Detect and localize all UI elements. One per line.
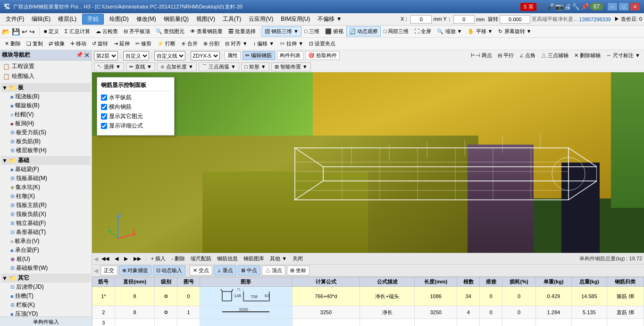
define-btn[interactable]: ■ 定义 (41, 26, 62, 36)
local-3d-btn[interactable]: □ 局部三维 (381, 26, 412, 36)
cb-transverse[interactable]: 横向钢筋 (101, 103, 170, 111)
cb-show-formula[interactable]: 显示详细公式 (101, 122, 170, 130)
rotate-btn[interactable]: ↺ 旋转 (89, 39, 111, 49)
screen-rotate-btn[interactable]: ↻ 屏幕旋转 ▼ (495, 26, 534, 36)
del-aux-btn[interactable]: ✕ 删除辅轴 (572, 51, 602, 60)
tree-item-faban-fuj[interactable]: ⊞ 筏板负筋(X) (1, 210, 91, 219)
tree-item-banshoulj[interactable]: ⊞ 板受力筋(S) (1, 128, 91, 137)
3d-btn[interactable]: □ 三维 (301, 26, 322, 36)
midpoint-btn[interactable]: ⊠ 中点 (238, 266, 260, 275)
last-btn[interactable]: ▶▶ (131, 255, 143, 263)
batch-select-btn[interactable]: ☰ 批量选择 (226, 26, 259, 36)
menu-file[interactable]: 文件(F) (2, 14, 28, 24)
dim-mark-btn[interactable]: ↔ 尺寸标注 ▼ (604, 51, 642, 60)
split-btn[interactable]: ⊗ 分割 (201, 39, 222, 49)
tree-item-bandong[interactable]: ■ 板洞(H) (1, 119, 91, 128)
layer-select[interactable]: 第2层 (94, 51, 118, 60)
three-point-aux-btn[interactable]: △ 三点辅轴 (539, 51, 570, 60)
tree-item-yading[interactable]: ■ 压顶(YD) (1, 309, 91, 317)
ortho-btn[interactable]: 正交 (100, 266, 117, 275)
menu-tools[interactable]: 工具(T) (219, 14, 245, 24)
tree-item-zhudun[interactable]: ⊞ 柱墩(X) (1, 192, 91, 201)
3d-viewport[interactable]: 钢筋显示控制面板 水平纵筋 横向钢筋 显示其它图元 显示详细公式 (92, 72, 644, 253)
zoom-btn[interactable]: 🔍 缩放 ▼ (434, 26, 465, 36)
x-input[interactable] (410, 15, 432, 24)
tree-eng-settings[interactable]: 📋 工程设置 (1, 61, 91, 71)
custom-select[interactable]: 自定义 (123, 51, 149, 60)
tree-drawing-input[interactable]: 📋 绘图输入 (1, 71, 91, 81)
object-snap-btn[interactable]: ⊕ 对象捕捉 (119, 266, 151, 275)
merge-btn[interactable]: ⊕ 合并 (179, 39, 201, 49)
parallel-btn[interactable]: ⊟ 平行 (496, 51, 516, 60)
dynamic-input-btn[interactable]: ⊡ 动态输入 (153, 266, 185, 275)
table-row[interactable]: 3 (92, 319, 644, 326)
attr-btn[interactable]: 属性 (225, 51, 241, 60)
trim-btn[interactable]: ✂ 修剪 (133, 39, 154, 49)
menu-rebar-qty[interactable]: 钢筋量(Q) (160, 14, 192, 24)
angle-btn[interactable]: ∠ 点角 (518, 51, 537, 60)
copy-btn[interactable]: ❏ 复制 (24, 39, 46, 49)
rect-btn[interactable]: □ 矩形 ▼ (241, 62, 269, 71)
tree-item-tiaoxing[interactable]: ⊟ 条形基础(T) (1, 228, 91, 237)
rotation-input[interactable] (500, 15, 530, 24)
menu-floor[interactable]: 楼层(L) (54, 14, 80, 24)
mirror-btn[interactable]: ⇄ 镜像 (46, 39, 67, 49)
rebar-lib-btn[interactable]: 钢筋图库 (241, 254, 267, 263)
menu-bim[interactable]: BIM应用(U) (277, 14, 314, 24)
start-btn[interactable]: 开始 (82, 14, 104, 25)
tree-section-foundation[interactable]: ▼ 📁 基础 (1, 156, 91, 165)
delete-btn[interactable]: ✕ 删除 (2, 39, 24, 49)
prev-btn[interactable]: ◀ (112, 255, 121, 263)
component-list-btn[interactable]: 构件列表 (277, 51, 303, 60)
custom-line-select[interactable]: 自定义线 (154, 51, 185, 60)
align-btn[interactable]: ⊟ 对齐 ▼ (222, 39, 251, 49)
rebar-info-btn[interactable]: 钢筋信息 (215, 254, 240, 263)
endpoint-btn[interactable]: △ 顶点 (262, 266, 285, 275)
tree-section-plate[interactable]: ▼ 📁 板 (1, 83, 91, 92)
cb-horizontal[interactable]: 水平纵筋 (101, 94, 170, 102)
tree-item-lanban[interactable]: ⊞ 栏板(K) (1, 300, 91, 309)
tree-item-chengtai-liang[interactable]: ■ 承台梁(F) (1, 246, 91, 255)
tree-item-duli[interactable]: ⊞ 独立基础(F) (1, 219, 91, 228)
tree-section-other[interactable]: ▼ 📁 其它 (1, 274, 91, 283)
y-input[interactable] (453, 15, 475, 24)
minimize-btn[interactable]: ─ (607, 2, 618, 11)
tree-item-guayan[interactable]: ■ 挂檐(T) (1, 292, 91, 300)
tree-item-banfuj[interactable]: ⊞ 板负筋(B) (1, 137, 91, 146)
tree-item-faban-zhuj[interactable]: ⊞ 筏板主筋(R) (1, 201, 91, 210)
top-view-btn[interactable]: ⬛ 俯视 (322, 26, 346, 36)
smart-place-btn[interactable]: ⊞ 智能布置 ▼ (271, 62, 311, 71)
tree-item-xianjiao[interactable]: ■ 现浇板(B) (1, 92, 91, 101)
delete-rebar-btn[interactable]: - 删除 (169, 254, 187, 263)
pan-btn[interactable]: ✋ 平移 ▼ (465, 26, 495, 36)
point-length-btn[interactable]: ⊙ 点加长度 ▼ (157, 62, 197, 71)
calc-btn[interactable]: Σ 汇总计算 (62, 26, 93, 36)
cb-transverse-input[interactable] (101, 104, 107, 110)
edit-rebar-btn[interactable]: ✏ 编辑钢筋 (243, 51, 275, 60)
maximize-btn[interactable]: □ (619, 2, 629, 11)
stretch-btn[interactable]: ⇔ 拉伸 ▼ (277, 39, 306, 49)
tree-item-zhuangtai[interactable]: ≡ 桩承台(V) (1, 237, 91, 246)
scale-btn[interactable]: 缩尺配筋 (188, 254, 214, 263)
zdyx-select[interactable]: ZDYX-5 (191, 51, 220, 60)
break-btn[interactable]: ⚡ 打断 (154, 39, 178, 49)
tree-item-loucengbd[interactable]: ⊞ 楼层板带(H) (1, 146, 91, 155)
set-handle-btn[interactable]: ⊡ 设置夹点 (306, 39, 338, 49)
cb-show-formula-input[interactable] (101, 123, 107, 129)
cb-horizontal-input[interactable] (101, 94, 107, 101)
move-btn[interactable]: ✛ 移动 (67, 39, 89, 49)
cb-show-others[interactable]: 显示其它图元 (101, 112, 170, 120)
tree-item-zhuang[interactable]: ◉ 桩(U) (1, 255, 91, 264)
menu-modify[interactable]: 修改(M) (133, 14, 160, 24)
close-btn[interactable]: ✕ (630, 2, 640, 11)
first-btn[interactable]: ◀◀ (99, 255, 111, 263)
other-btn[interactable]: 其他 ▼ (268, 254, 289, 263)
menu-draw[interactable]: 绘图(D) (106, 14, 133, 24)
tree-item-luoxuan[interactable]: ■ 螺旋板(B) (1, 101, 91, 110)
tree-item-jichu-liang[interactable]: ■ 基础梁(F) (1, 165, 91, 174)
line-btn[interactable]: ✏ 直线 ▼ (126, 62, 155, 71)
extend-btn[interactable]: ⇥ 延伸 (111, 39, 133, 49)
tree-item-jishuikeng[interactable]: ◈ 集水坑(K) (1, 183, 91, 192)
fullscreen-btn[interactable]: ⛶ 全屏 (411, 26, 434, 36)
menu-view[interactable]: 视图(V) (192, 14, 219, 24)
